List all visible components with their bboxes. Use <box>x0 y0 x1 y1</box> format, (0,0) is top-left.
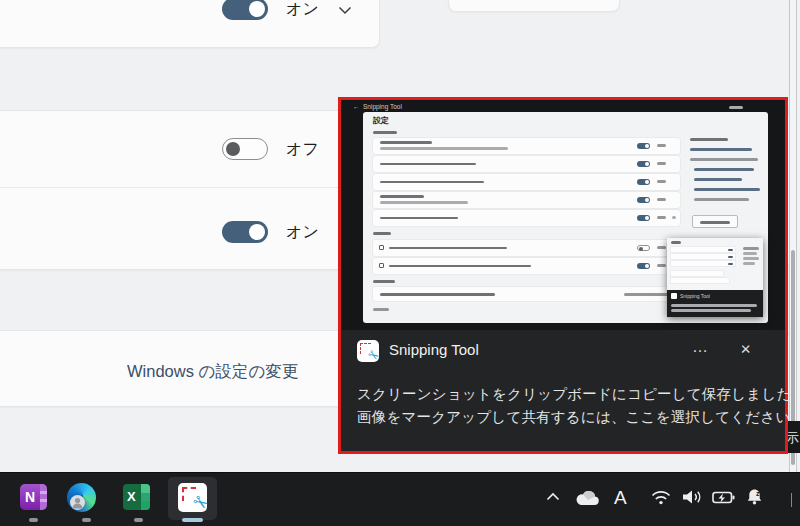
onenote-app-icon[interactable]: N <box>20 484 47 510</box>
thumbnail-setting-row <box>373 240 680 256</box>
excel-strip <box>141 484 150 510</box>
mini-on-label-skeleton <box>657 180 666 183</box>
mini-row-icon <box>379 245 384 250</box>
button-label-skeleton <box>700 221 730 224</box>
toggle-row3-on[interactable] <box>222 221 268 243</box>
thumbnail-setting-row <box>373 210 680 226</box>
mini-col-skeleton <box>743 252 757 255</box>
change-windows-settings-link[interactable]: Windows の設定の変更 <box>127 361 298 383</box>
close-button[interactable]: ✕ <box>740 341 751 357</box>
excel-letter: X <box>127 489 136 504</box>
back-arrow-icon: ← <box>353 103 360 110</box>
scissors-icon: ✂ <box>365 346 383 365</box>
help-heading-skeleton <box>690 138 728 141</box>
toggle-row3-label: オン <box>286 221 319 243</box>
edge-app-icon[interactable] <box>67 483 96 512</box>
running-indicator <box>29 518 38 522</box>
thumbnail-settings-heading: 設定 <box>373 115 389 126</box>
settings-card-top <box>0 0 380 48</box>
text-line-skeleton <box>380 195 424 198</box>
mini-toggle-on <box>637 143 650 149</box>
mini-on-label-skeleton <box>657 216 666 219</box>
snip-dash-left <box>182 487 184 501</box>
onenote-notch <box>40 499 47 502</box>
window-controls-skeleton <box>729 106 743 109</box>
nested-notification-title: Snipping Tool <box>680 293 710 299</box>
nested-mini-screenshot <box>667 238 763 290</box>
notification-line2: 画像をマークアップして共有するには、ここを選択してください <box>357 408 790 427</box>
mini-on-label-skeleton <box>657 162 666 165</box>
text-line-skeleton <box>380 201 468 204</box>
mini-toggle-on <box>637 215 650 221</box>
help-link-skeleton <box>694 188 760 191</box>
chevron-down-icon[interactable] <box>338 1 352 19</box>
text-line-skeleton <box>624 293 672 296</box>
text-line-skeleton <box>380 181 484 184</box>
running-indicator <box>134 518 143 522</box>
text-line-skeleton <box>380 217 458 220</box>
text-line-skeleton <box>380 293 495 296</box>
thumbnail-about-row <box>373 287 680 301</box>
notification-title: Snipping Tool <box>389 341 479 358</box>
avatar-badge <box>70 495 85 510</box>
active-indicator <box>182 518 203 522</box>
show-desktop-divider[interactable] <box>791 493 792 507</box>
snipping-tool-icon: ✂ <box>178 483 207 512</box>
onenote-notch <box>40 491 47 494</box>
mini-on-label-skeleton <box>657 198 666 201</box>
ime-mode-indicator[interactable]: A <box>614 487 627 509</box>
text-line-skeleton <box>380 141 432 144</box>
text-line-skeleton <box>380 147 508 150</box>
snip-dash-left <box>360 343 361 354</box>
mini-on-label-skeleton <box>657 264 666 267</box>
mini-row-skeleton <box>671 254 735 259</box>
screenshot-thumbnail[interactable]: ← Snipping Tool 設定 <box>341 100 785 330</box>
toggle-row2-label: オフ <box>286 138 319 160</box>
excel-app-icon[interactable]: X <box>123 484 150 510</box>
mini-row-skeleton <box>671 261 735 266</box>
wifi-icon[interactable] <box>651 490 671 505</box>
help-link-skeleton <box>694 168 754 171</box>
nested-text-skeleton <box>671 309 751 312</box>
mini-toggle-on <box>637 161 650 167</box>
section-label-skeleton <box>373 131 397 134</box>
snipping-tool-notification[interactable]: ← Snipping Tool 設定 <box>338 97 788 454</box>
desktop-screen: オン オフ オン Windows の設定の変更 示 ← Snipping Too… <box>0 0 800 526</box>
toggle-row2-off[interactable] <box>222 138 268 160</box>
text-line-skeleton <box>380 163 476 166</box>
mini-on-label-skeleton <box>657 144 666 147</box>
help-link-skeleton <box>694 178 742 181</box>
thumbnail-setting-row <box>373 258 680 274</box>
scissors-icon: ✂ <box>188 490 213 517</box>
mini-col-skeleton <box>743 262 755 265</box>
feedback-button-skeleton <box>692 215 738 228</box>
nested-snip-icon <box>671 293 677 299</box>
toggle-row1-on[interactable] <box>222 0 268 20</box>
text-line-skeleton <box>389 265 531 268</box>
battery-icon[interactable] <box>712 491 735 504</box>
onenote-strip <box>40 484 47 510</box>
mini-row-skeleton <box>671 278 729 283</box>
section-label-skeleton <box>373 280 395 283</box>
volume-icon[interactable] <box>682 489 704 505</box>
mini-toggle-on <box>637 263 650 269</box>
running-indicator <box>82 518 91 522</box>
help-link-skeleton <box>690 148 752 151</box>
bell-dnd-icon[interactable]: z <box>745 488 764 505</box>
mini-on-label-skeleton <box>657 246 666 249</box>
thumbnail-setting-row <box>373 156 680 172</box>
thumbnail-window-title: Snipping Tool <box>363 103 402 110</box>
mini-row-icon <box>379 263 384 268</box>
nested-notification-bar: Snipping Tool <box>667 290 763 317</box>
thumbnail-setting-row <box>373 138 680 154</box>
more-options-button[interactable]: … <box>692 338 710 356</box>
thumbnail-setting-row <box>373 174 680 190</box>
snipping-tool-taskbar-button[interactable]: ✂ <box>168 477 217 520</box>
mini-toggle-on <box>637 197 650 203</box>
tray-chevron-up-icon[interactable] <box>546 492 560 501</box>
settings-card-sliver <box>448 0 620 12</box>
onedrive-cloud-icon[interactable] <box>574 491 600 506</box>
thumbnail-setting-row <box>373 192 680 208</box>
notification-line1: スクリーンショットをクリップボードにコピーして保存しました <box>357 385 791 404</box>
mini-col-skeleton <box>743 257 759 260</box>
